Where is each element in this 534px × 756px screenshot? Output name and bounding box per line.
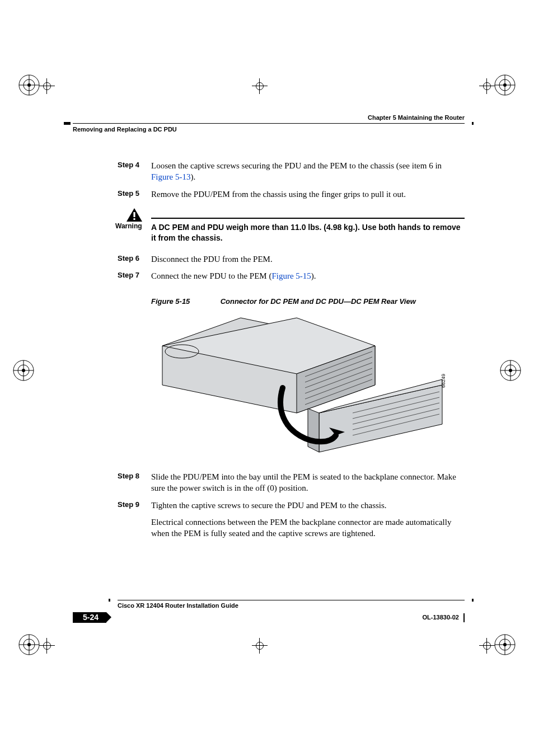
svg-point-19	[133, 218, 135, 220]
svg-point-2	[27, 83, 31, 87]
step-label: Step 6	[73, 253, 151, 265]
step-text: Connect the new PDU to the PEM (Figure 5…	[151, 270, 465, 281]
svg-point-11	[509, 369, 512, 372]
step-text: Remove the PDU/PEM from the chassis usin…	[151, 189, 465, 200]
crop-mark-icon	[479, 638, 495, 654]
step-label: Step 8	[73, 471, 151, 494]
figure-art: 66249	[73, 312, 465, 458]
step-row: Step 7 Connect the new PDU to the PEM (F…	[73, 270, 465, 281]
svg-point-8	[22, 369, 25, 372]
crop-mark-icon	[252, 638, 268, 654]
step-label: Step 7	[73, 270, 151, 281]
crop-mark-icon	[479, 78, 495, 94]
page-number: 5-24	[73, 612, 106, 623]
warning-admonition: Warning A DC PEM and PDU weigh more than…	[73, 208, 465, 243]
step-label: Step 4	[73, 160, 151, 183]
warning-text: A DC PEM and PDU weigh more than 11.0 lb…	[151, 222, 465, 243]
svg-rect-18	[133, 212, 135, 217]
figure-number: Figure 5-15	[151, 297, 218, 306]
figure-title: Connector for DC PEM and DC PDU—DC PEM R…	[221, 297, 416, 306]
step-label: Step 5	[73, 189, 151, 200]
warning-label: Warning	[73, 222, 151, 243]
step-row: Step 9 Tighten the captive screws to sec…	[73, 500, 465, 511]
page-footer: Cisco XR 12404 Router Installation Guide…	[73, 600, 465, 623]
section-title: Removing and Replacing a DC PDU	[73, 126, 465, 133]
figure-caption: Figure 5-15 Connector for DC PEM and DC …	[73, 297, 465, 306]
crop-mark-icon	[39, 78, 55, 94]
step-row: Step 8 Slide the PDU/PEM into the bay un…	[73, 471, 465, 494]
crop-mark-icon	[252, 78, 268, 94]
warning-icon	[126, 208, 143, 222]
step-text: Loosen the captive screws securing the P…	[151, 160, 465, 183]
running-header: Chapter 5 Maintaining the Router Removin…	[73, 114, 465, 133]
svg-marker-32	[308, 408, 319, 452]
reg-mark-icon	[11, 358, 36, 383]
reg-mark-icon	[493, 73, 517, 97]
step-row: Step 5 Remove the PDU/PEM from the chass…	[73, 189, 465, 200]
artwork-id: 66249	[441, 374, 446, 388]
step-text: Disconnect the PDU from the PEM.	[151, 253, 465, 265]
figure-xref[interactable]: Figure 5-15	[271, 271, 311, 280]
book-title: Cisco XR 12404 Router Installation Guide	[118, 602, 465, 609]
svg-point-5	[503, 83, 507, 87]
trailing-paragraph: Electrical connections between the PEM t…	[73, 516, 465, 539]
reg-mark-icon	[17, 632, 41, 657]
step-row: Step 4 Loosen the captive screws securin…	[73, 160, 465, 183]
svg-point-17	[503, 643, 507, 646]
page-body: Step 4 Loosen the captive screws securin…	[73, 157, 465, 544]
figure-xref[interactable]: Figure 5-13	[151, 172, 190, 181]
step-label: Step 9	[73, 500, 151, 511]
crop-mark-icon	[39, 638, 55, 654]
step-text: Tighten the captive screws to secure the…	[151, 500, 465, 511]
step-text: Slide the PDU/PEM into the bay until the…	[151, 471, 465, 494]
reg-mark-icon	[498, 358, 523, 383]
reg-mark-icon	[17, 73, 41, 97]
chapter-line: Chapter 5 Maintaining the Router	[73, 114, 465, 121]
doc-number: OL-13830-02	[423, 613, 465, 622]
reg-mark-icon	[493, 632, 517, 657]
svg-point-14	[27, 643, 31, 646]
step-row: Step 6 Disconnect the PDU from the PEM.	[73, 253, 465, 265]
